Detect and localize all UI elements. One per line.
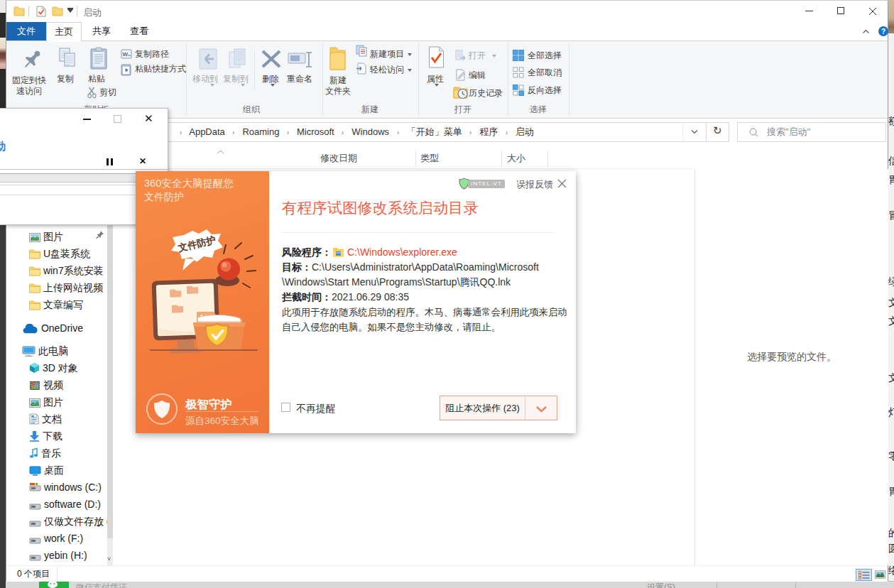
svg-text:W: W bbox=[123, 51, 129, 58]
svg-text:?: ? bbox=[881, 28, 885, 36]
